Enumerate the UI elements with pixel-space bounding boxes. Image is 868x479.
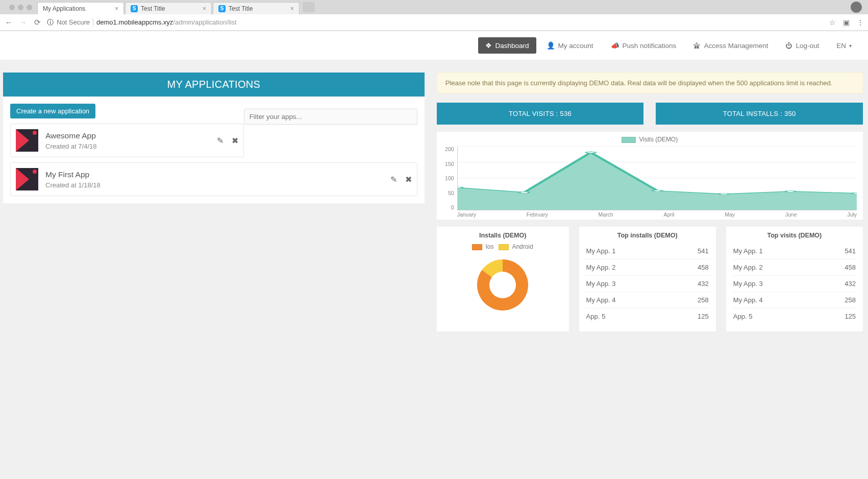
nav-my-account-label: My account <box>558 42 593 50</box>
rank-value: 432 <box>820 276 857 292</box>
table-row: App. 5125 <box>585 308 710 325</box>
table-row: My App. 2458 <box>732 259 857 276</box>
svg-point-10 <box>785 190 795 192</box>
edit-icon[interactable]: ✎ <box>390 175 397 184</box>
nav-push-label: Push notifications <box>623 42 677 50</box>
rank-value: 541 <box>820 243 857 259</box>
edit-icon[interactable]: ✎ <box>217 136 224 146</box>
camera-icon[interactable]: ▣ <box>843 18 850 27</box>
browser-tab[interactable]: STest Title× <box>213 2 300 14</box>
window-controls <box>4 5 37 10</box>
chevron-down-icon: ▾ <box>849 43 852 49</box>
close-tab-icon[interactable]: × <box>290 5 294 12</box>
nav-dashboard[interactable]: ❖Dashboard <box>478 37 536 54</box>
x-tick: March <box>598 211 613 218</box>
url-display[interactable]: ⓘ Not Secure demo1.mobileappcms.xyz/admi… <box>47 18 824 27</box>
android-swatch <box>499 244 509 250</box>
ios-label: Ios <box>485 243 493 250</box>
application-row[interactable]: Awesome AppCreated at 7/4/18✎✖ <box>10 124 244 157</box>
nav-language[interactable]: EN▾ <box>829 37 859 54</box>
rank-app: App. 5 <box>732 308 820 325</box>
nav-access-label: Access Management <box>704 42 768 50</box>
user-icon: 👤 <box>547 41 555 50</box>
reload-icon[interactable]: ⟳ <box>33 18 42 27</box>
rank-value: 458 <box>820 259 857 276</box>
visits-legend: Visits (DEMO) <box>441 136 859 143</box>
minimize-window-icon[interactable] <box>18 5 23 10</box>
svg-point-11 <box>852 193 857 194</box>
nav-access[interactable]: 🛣Access Management <box>686 37 775 54</box>
rank-value: 541 <box>673 243 710 259</box>
svg-point-6 <box>519 191 529 193</box>
close-tab-icon[interactable]: × <box>203 5 206 12</box>
y-tick: 50 <box>442 190 454 196</box>
browser-tab[interactable]: STest Title× <box>125 2 212 14</box>
browser-chrome: My Applications×STest Title×STest Title×… <box>0 0 868 31</box>
favicon: S <box>218 5 226 12</box>
tab-title: My Applications <box>43 5 85 12</box>
table-row: My App. 2458 <box>585 259 710 276</box>
filter-apps-input[interactable] <box>244 109 417 125</box>
top-installs-title: Top installs (DEMO) <box>585 232 710 239</box>
panel-title: MY APPLICATIONS <box>3 73 425 97</box>
not-secure-label: Not Secure <box>57 18 93 26</box>
delete-icon[interactable]: ✖ <box>405 175 412 184</box>
svg-point-7 <box>586 152 596 153</box>
installs-donut <box>472 254 533 316</box>
total-installs-box: TOTAL INSTALLS : 350 <box>656 103 863 125</box>
tab-title: Test Title <box>229 5 253 12</box>
app-name: My First App <box>45 170 101 179</box>
browser-tab[interactable]: My Applications× <box>37 2 124 14</box>
android-label: Android <box>512 243 533 250</box>
y-tick: 0 <box>442 204 454 210</box>
installs-donut-card: Installs (DEMO) Ios Android <box>437 227 569 331</box>
maximize-window-icon[interactable] <box>27 5 32 10</box>
dashboard-icon: ❖ <box>485 41 492 50</box>
rank-app: My App. 3 <box>585 276 673 292</box>
right-column: Please note that this page is currently … <box>437 73 863 331</box>
y-tick: 150 <box>442 161 454 167</box>
delete-icon[interactable]: ✖ <box>232 136 238 146</box>
close-tab-icon[interactable]: × <box>115 5 118 12</box>
visits-chart-card: Visits (DEMO) 200150100500 JanuaryFebrua… <box>437 132 863 220</box>
rank-app: My App. 3 <box>732 276 820 292</box>
nav-push[interactable]: 📣Push notifications <box>604 37 684 54</box>
new-tab-button[interactable] <box>303 2 315 12</box>
menu-icon[interactable]: ⋮ <box>857 18 864 27</box>
app-icon <box>16 168 38 190</box>
back-icon[interactable]: ← <box>4 18 13 27</box>
ios-swatch <box>472 244 482 250</box>
visits-swatch <box>622 137 636 143</box>
nav-logout-label: Log-out <box>796 42 819 50</box>
nav-dashboard-label: Dashboard <box>495 42 529 50</box>
favicon: S <box>131 5 138 12</box>
table-row: My App. 1541 <box>732 243 857 259</box>
x-tick: July <box>847 211 857 218</box>
url-path: /admin/application/list <box>173 18 236 26</box>
rank-app: My App. 4 <box>585 292 673 308</box>
panel-body: Create a new application Awesome AppCrea… <box>3 97 425 203</box>
tab-bar: My Applications×STest Title×STest Title× <box>0 0 868 14</box>
nav-my-account[interactable]: 👤My account <box>539 37 601 54</box>
create-application-button[interactable]: Create a new application <box>10 104 95 118</box>
close-window-icon[interactable] <box>9 5 15 10</box>
bookmark-icon[interactable]: ☆ <box>829 18 836 27</box>
tab-title: Test Title <box>141 5 165 12</box>
app-created: Created at 1/18/18 <box>45 181 101 189</box>
table-row: App. 5125 <box>732 308 857 325</box>
top-visits-title: Top visits (DEMO) <box>732 232 857 239</box>
profile-avatar-icon[interactable] <box>851 2 862 13</box>
rank-app: My App. 2 <box>732 259 820 276</box>
svg-point-8 <box>652 190 662 191</box>
svg-point-9 <box>719 193 729 195</box>
top-visits-card: Top visits (DEMO) My App. 1541My App. 24… <box>726 227 863 331</box>
rank-value: 458 <box>673 259 710 276</box>
application-row[interactable]: My First AppCreated at 1/18/18✎✖ <box>10 162 417 196</box>
svg-point-12 <box>489 272 516 298</box>
donut-legend: Ios Android <box>443 243 563 250</box>
forward-icon[interactable]: → <box>18 18 28 27</box>
nav-logout[interactable]: ⏻Log-out <box>778 37 826 54</box>
rank-value: 258 <box>820 292 857 308</box>
demo-notice: Please note that this page is currently … <box>437 73 863 93</box>
x-tick: January <box>457 211 476 218</box>
